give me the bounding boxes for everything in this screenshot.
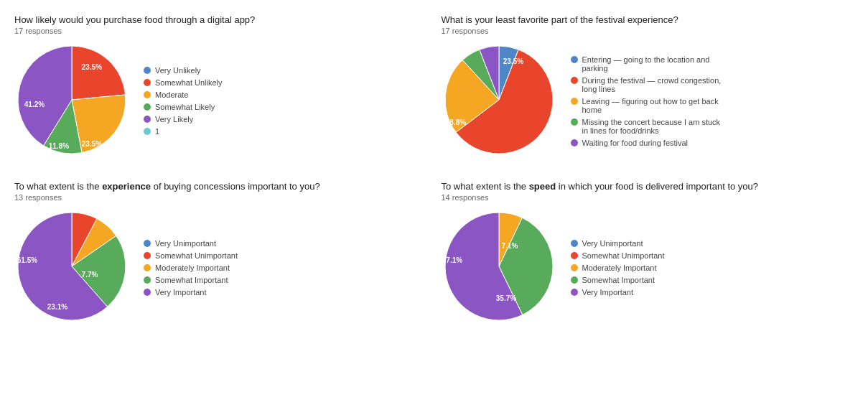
- chart-top-left: How likely would you purchase food throu…: [14, 14, 427, 159]
- legend-color: [571, 56, 578, 63]
- legend-item: Somewhat Unimportant: [144, 251, 238, 260]
- legend-color: [144, 91, 151, 98]
- chart-content: 23.5%23.5%11.8%41.2%Very UnlikelySomewha…: [14, 42, 427, 159]
- legend-label: Somewhat Unlikely: [155, 78, 223, 87]
- responses-label: 13 responses: [14, 193, 427, 202]
- legend-item: Missing the concert because I am stuck i…: [571, 118, 729, 135]
- chart-content: 7.7%23.1%61.5%Very UnimportantSomewhat U…: [14, 209, 427, 326]
- legend-label: 1: [155, 127, 159, 136]
- legend-color: [144, 264, 151, 271]
- legend-color: [571, 264, 578, 271]
- legend-color: [571, 98, 578, 105]
- legend-item: Somewhat Unimportant: [571, 251, 665, 260]
- legend-label: During the festival — crowd congestion, …: [582, 76, 729, 93]
- pie-chart: 7.1%35.7%57.1%: [442, 209, 556, 324]
- pie-slice: [72, 46, 126, 100]
- legend-color: [144, 128, 151, 135]
- legend-label: Leaving — figuring out how to get back h…: [582, 97, 729, 114]
- legend-color: [144, 289, 151, 296]
- pie-label: 11.8%: [49, 142, 69, 150]
- responses-label: 17 responses: [14, 27, 427, 35]
- legend-color: [144, 240, 151, 247]
- chart-title: To what extent is the experience of buyi…: [14, 181, 427, 192]
- legend: Very UnimportantSomewhat UnimportantMode…: [571, 239, 665, 297]
- pie-label: 7.1%: [501, 242, 518, 250]
- legend-item: Very Unlikely: [144, 66, 223, 75]
- legend-item: Moderately Important: [571, 264, 665, 272]
- chart-bottom-left: To what extent is the experience of buyi…: [14, 181, 427, 326]
- legend-label: Moderately Important: [582, 264, 657, 272]
- pie-label: 41.2%: [24, 101, 45, 108]
- pie-chart: 23.5%58.8%: [442, 42, 556, 157]
- chart-bottom-right: To what extent is the speed in which you…: [442, 181, 854, 326]
- pie-label: 61.5%: [17, 256, 37, 264]
- legend-label: Very Important: [155, 288, 207, 297]
- legend-item: Moderately Important: [144, 264, 238, 272]
- legend-item: Very Important: [571, 288, 665, 297]
- chart-content: 7.1%35.7%57.1%Very UnimportantSomewhat U…: [442, 209, 854, 326]
- legend-item: Waiting for food during festival: [571, 139, 729, 147]
- legend-color: [571, 252, 578, 259]
- pie-container: 23.5%58.8%: [442, 42, 556, 159]
- legend: Very UnlikelySomewhat UnlikelyModerateSo…: [144, 66, 223, 136]
- chart-title: To what extent is the speed in which you…: [442, 181, 854, 192]
- responses-label: 14 responses: [442, 193, 854, 202]
- responses-label: 17 responses: [442, 27, 854, 35]
- legend-item: Somewhat Important: [571, 276, 665, 284]
- pie-label: 57.1%: [442, 256, 462, 264]
- legend-label: Very Unimportant: [582, 239, 643, 248]
- legend-item: During the festival — crowd congestion, …: [571, 76, 729, 93]
- legend-item: Somewhat Important: [144, 276, 238, 284]
- legend-item: Somewhat Unlikely: [144, 78, 223, 87]
- chart-title: What is your least favorite part of the …: [442, 14, 854, 25]
- legend-label: Somewhat Important: [155, 276, 228, 284]
- legend: Very UnimportantSomewhat UnimportantMode…: [144, 239, 238, 297]
- legend-color: [144, 252, 151, 259]
- pie-label: 7.7%: [82, 271, 98, 279]
- legend-color: [144, 67, 151, 74]
- legend-label: Somewhat Likely: [155, 103, 215, 111]
- pie-label: 23.5%: [503, 57, 523, 65]
- pie-label: 35.7%: [495, 294, 515, 302]
- legend-label: Very Likely: [155, 115, 193, 123]
- legend-item: 1: [144, 127, 223, 136]
- pie-container: 7.7%23.1%61.5%: [14, 209, 129, 326]
- pie-label: 23.5%: [82, 63, 102, 71]
- legend-color: [144, 116, 151, 123]
- pie-label: 23.5%: [82, 140, 102, 148]
- legend-label: Somewhat Unimportant: [155, 251, 238, 260]
- legend-label: Very Important: [582, 288, 634, 297]
- legend-item: Entering — going to the location and par…: [571, 55, 729, 73]
- legend-item: Very Unimportant: [144, 239, 238, 248]
- pie-label: 23.1%: [47, 303, 67, 311]
- legend-item: Very Likely: [144, 115, 223, 123]
- dashboard: How likely would you purchase food throu…: [14, 14, 854, 326]
- legend-color: [571, 77, 578, 84]
- pie-label: 58.8%: [445, 118, 465, 126]
- legend-label: Missing the concert because I am stuck i…: [582, 118, 729, 135]
- legend-color: [144, 79, 151, 86]
- pie-chart: 23.5%23.5%11.8%41.2%: [14, 42, 129, 157]
- pie-container: 23.5%23.5%11.8%41.2%: [14, 42, 129, 159]
- chart-title: How likely would you purchase food throu…: [14, 14, 427, 25]
- legend-label: Very Unlikely: [155, 66, 201, 75]
- legend-label: Somewhat Important: [582, 276, 655, 284]
- legend-item: Very Important: [144, 288, 238, 297]
- legend-color: [144, 103, 151, 111]
- legend-item: Leaving — figuring out how to get back h…: [571, 97, 729, 114]
- legend-label: Moderately Important: [155, 264, 230, 272]
- legend-label: Moderate: [155, 90, 188, 99]
- legend-color: [571, 240, 578, 247]
- legend-label: Very Unimportant: [155, 239, 216, 248]
- legend-item: Very Unimportant: [571, 239, 665, 248]
- legend-color: [571, 289, 578, 296]
- legend-label: Entering — going to the location and par…: [582, 55, 729, 73]
- legend-color: [144, 276, 151, 284]
- legend-label: Waiting for food during festival: [582, 139, 689, 147]
- legend: Entering — going to the location and par…: [571, 55, 729, 147]
- chart-content: 23.5%58.8%Entering — going to the locati…: [442, 42, 854, 159]
- legend-item: Somewhat Likely: [144, 103, 223, 111]
- pie-container: 7.1%35.7%57.1%: [442, 209, 556, 326]
- pie-chart: 7.7%23.1%61.5%: [14, 209, 129, 324]
- legend-color: [571, 118, 578, 126]
